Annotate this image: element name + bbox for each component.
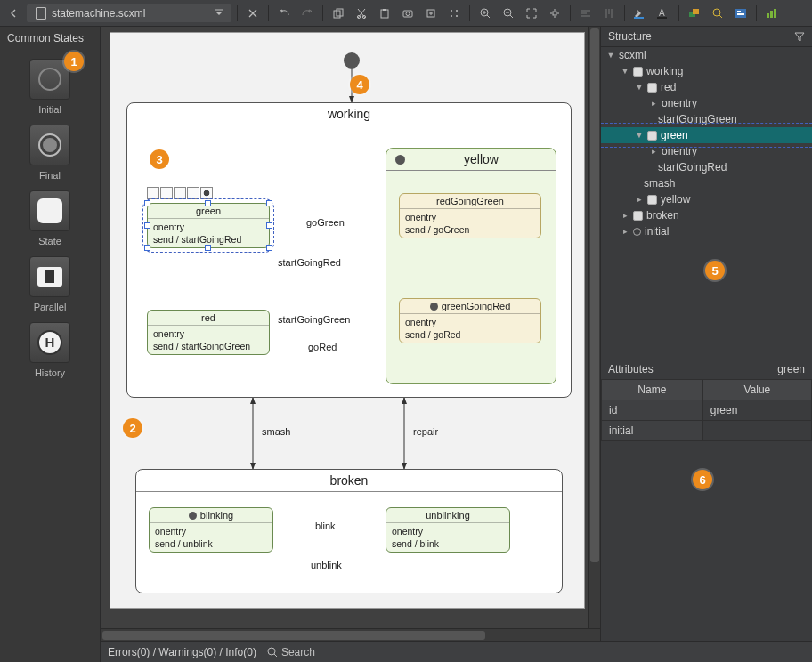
diagram-initial-dot[interactable] [344,52,360,69]
search-label: Search [281,646,315,658]
tool-parallel-icon[interactable] [174,187,186,199]
tree-node-red-onentry[interactable]: ▸onentry [601,95,812,111]
align-left-icon[interactable] [576,4,596,23]
tree-node-broken[interactable]: ▸broken [601,207,812,223]
canvas-area[interactable]: working green onentry send / startGoingR… [101,27,600,641]
initial-marker-icon [189,512,197,520]
paste-icon[interactable] [375,4,394,23]
svg-point-10 [456,10,458,12]
palette-item-parallel[interactable]: Parallel [20,256,79,313]
close-icon[interactable] [243,4,263,23]
cut-icon[interactable] [352,4,371,23]
fit-icon[interactable] [522,4,541,23]
copy-icon[interactable] [329,4,348,23]
state-blinking[interactable]: blinking onentry send / unblink [149,507,273,553]
stats-icon[interactable] [762,4,782,23]
attr-row[interactable]: idgreen [602,400,812,421]
tree-node-smash[interactable]: smash [601,175,812,191]
palette-item-state[interactable]: State [20,190,79,247]
export-icon[interactable] [421,4,441,23]
svg-rect-24 [737,13,744,15]
action-label: send / startGoingGreen [153,340,264,352]
callout-3: 3 [150,149,169,169]
attributes-panel: Attributes green NameValue idgreen initi… [601,359,812,441]
palette-label: State [38,236,61,246]
svg-rect-4 [381,10,388,18]
edge-label: startGoingRed [278,257,341,268]
props-icon[interactable] [731,4,751,23]
state-green[interactable]: green onentry send / startGoingRed [147,203,270,248]
attr-row[interactable]: initial [602,421,812,441]
state-red[interactable]: red onentry send / startGoingGreen [147,310,270,355]
palette-item-final[interactable]: Final [20,125,79,182]
state-yellow[interactable]: yellow redGoingGreen onentry send / goGr… [386,148,556,384]
pan-icon[interactable] [545,4,564,23]
tree-node-scxml[interactable]: ▼scxml [601,47,812,63]
history-icon: H [37,330,62,355]
search-field[interactable]: Search [267,646,315,658]
state-working[interactable]: working green onentry send / startGoingR… [126,102,572,398]
tree-node-green-onentry[interactable]: ▸onentry [601,143,812,159]
action-label: send / unblink [155,537,267,550]
state-broken[interactable]: broken blinking onentry send / unblink u… [135,469,563,593]
callout-4: 4 [350,75,369,94]
palette-item-history[interactable]: H History [20,322,79,379]
state-label: yellow [464,152,499,166]
edge-label: repair [413,426,438,437]
edge-label: blink [315,521,336,531]
layers-icon[interactable] [685,4,704,23]
state-greenGoingRed[interactable]: greenGoingRed onentry send / goRed [399,298,541,343]
svg-point-7 [406,12,410,15]
attributes-context: green [777,363,805,375]
diagram-canvas[interactable]: working green onentry send / startGoingR… [110,32,585,609]
callout-5: 5 [705,261,725,280]
state-label: green [196,206,221,216]
undo-icon[interactable] [274,4,294,23]
onentry-label: onentry [405,211,535,223]
col-name: Name [602,380,703,400]
state-redGoingGreen[interactable]: redGoingGreen onentry send / goGreen [399,193,541,238]
tree-node-green-sgr[interactable]: startGoingRed [601,159,812,175]
tool-history-icon[interactable] [187,187,199,199]
edge-label: goRed [308,342,337,352]
initial-marker-icon [395,155,405,165]
find-icon[interactable] [708,4,727,23]
snapshot-icon[interactable] [398,4,418,23]
structure-tree[interactable]: ▼scxml ▼working ▼red ▸onentry startGoing… [601,47,812,359]
tree-node-working[interactable]: ▼working [601,63,812,79]
search-icon [267,647,278,658]
initial-marker-icon [430,303,438,311]
canvas-scroll-vertical[interactable] [588,27,600,628]
tree-node-initial[interactable]: ▸initial [601,223,812,239]
align-top-icon[interactable] [599,4,619,23]
redo-icon[interactable] [297,4,317,23]
tool-state-icon[interactable] [160,187,173,199]
font-color-icon[interactable]: A [654,4,673,23]
tree-node-green[interactable]: ▼green [601,127,812,143]
onentry-label: onentry [153,221,264,233]
tree-node-red[interactable]: ▼red [601,79,812,95]
zoom-out-icon[interactable] [499,4,518,23]
svg-point-21 [713,9,720,16]
status-bar: Errors(0) / Warnings(0) / Info(0) Search [101,641,812,662]
palette-panel: Common States Initial Final State Parall… [0,27,101,662]
tool-transition-icon[interactable] [147,187,159,199]
fill-color-icon[interactable] [630,4,650,23]
zoom-in-icon[interactable] [475,4,495,23]
tree-node-yellow[interactable]: ▸yellow [601,191,812,207]
filter-icon[interactable] [794,31,805,42]
svg-point-28 [268,648,275,655]
file-tab[interactable]: statemachine.scxml [27,4,231,22]
col-value: Value [702,380,811,400]
grid-icon[interactable] [444,4,464,23]
state-unblinking[interactable]: unblinking onentry send / blink [386,507,510,553]
tree-node-red-sgg[interactable]: startGoingGreen [601,111,812,127]
svg-rect-5 [383,9,386,11]
back-icon[interactable] [4,4,23,23]
issues-summary[interactable]: Errors(0) / Warnings(0) / Info(0) [108,646,256,658]
tool-final-icon[interactable] [200,187,213,199]
selection-toolbar[interactable] [147,187,213,199]
initial-state-icon [38,68,61,91]
edge-label: goGreen [306,217,345,228]
canvas-scroll-horizontal[interactable] [101,628,600,641]
